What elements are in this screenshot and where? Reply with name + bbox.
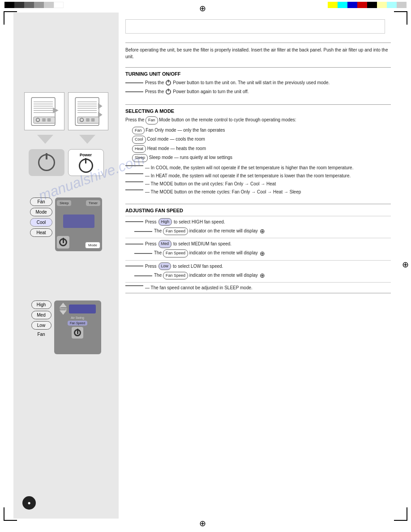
fan-speed-panel: High Med Low Fan Temp [31,300,101,354]
power-on-text: Press the Power button to turn the unit … [125,79,391,86]
heat-desc: Heat mode — heats the room [147,146,206,151]
swatch-gray2 [397,2,407,8]
power-button-unit [29,149,64,176]
low-fan-row: Press Low to select LOW fan speed. The F… [125,260,391,283]
fan-inline-btn[interactable]: Fan [146,116,158,124]
mode-unit-note: — The MODE button on the unit cycles: Fa… [125,180,391,187]
power-on-icon [166,80,171,86]
temp-down-arrow[interactable] [60,310,67,315]
arrow-down-1 [37,135,53,144]
high-fan-note: The Fan Speed indicator on the remote wi… [154,227,258,236]
mode-button-text: Mode button on the remote control to cyc… [159,117,296,122]
swatch-blue [347,2,357,8]
power-label: Power [80,153,92,157]
fan-remote-power-icon [74,329,81,336]
med-speed-btn[interactable]: Med [31,311,51,319]
mode-remote-note: — The MODE button on the remote cycles: … [125,189,391,195]
temp-up-arrow[interactable] [60,303,67,307]
swatch-mid-gray [24,2,34,8]
remote-display-mode [63,215,94,228]
crosshair-top: ⊕ [199,4,206,13]
remote-power-btn-mode[interactable] [57,236,69,249]
temp-arrows: Temp [59,303,67,315]
swatch-cyan [338,2,347,8]
mode-section-text: Press the Fan Mode button on the remote … [125,116,391,195]
crosshair-right: ⊕ [402,260,409,270]
low-press: Press [145,263,157,270]
high-fan-text: Press High to select HIGH fan speed. [125,218,391,226]
fan-speed-buttons: High Med Low [31,300,51,330]
power-on-desc: Power button to turn the unit on. The un… [173,79,330,86]
swatch-black2 [367,2,377,8]
air-swing-label: Air Swing [71,316,84,319]
high-speed-btn[interactable]: High [31,300,51,309]
timer-btn[interactable]: Timer [86,200,100,206]
sleep-btn-inline[interactable]: Sleep [132,154,148,162]
fan-speed-text: Press High to select HIGH fan speed. The… [125,216,391,296]
sleep-fan-note-line [125,285,143,286]
high-fan-icon: ⊕ [260,227,265,236]
note-line-1 [125,82,143,83]
power-circle-remote [79,159,93,173]
mode-unit-note-text: — The MODE button on the unit cycles: Fa… [145,180,276,187]
fan-remote-panel: Temp Air Swing Fan Speed [54,300,101,354]
title-box [125,19,385,34]
mode-fan-only: Fan Fan Only mode — only the fan operate… [132,127,391,135]
sidebar-device-illustration: Power [13,84,119,184]
low-desc: to select LOW fan speed. [173,263,223,270]
med-note-line [125,244,143,245]
low-indicator-line [134,275,152,276]
fan-remote-power[interactable] [72,327,83,339]
illustration-row-1 [24,92,108,130]
mode-buttons: Fan Mode Cool Heat [30,197,52,251]
section-mode: SELECTING A MODE Press the Fan Mode butt… [125,104,391,200]
heat-btn-inline[interactable]: Heat [132,145,146,153]
heat-note-line [125,173,143,174]
svg-marker-11 [53,107,58,113]
high-desc: to select HIGH fan speed. [174,219,225,225]
fan-mode-btn[interactable]: Fan [30,197,52,206]
low-fan-speed-btn[interactable]: Fan Speed [163,272,188,280]
swatch-black [4,2,14,8]
mode-intro: Press the Fan Mode button on the remote … [125,116,391,124]
med-indicator-line [134,253,152,254]
remote-panel-mode: Sleep Timer Mode [55,197,102,251]
power-off-text: Press the Power button again to turn the… [125,88,391,95]
cool-note-text: — In COOL mode, the system will not oper… [145,164,353,171]
high-press: Press [145,219,157,225]
mode-press-text: Press the [125,117,146,122]
section-filter: Before operating the unit, be sure the f… [125,43,391,64]
sidebar: Power Fan Mode Cool Heat Sleep Timer [13,13,119,519]
svg-marker-24 [98,112,103,117]
med-inline-btn[interactable]: Med [158,240,172,248]
low-inline-btn[interactable]: Low [158,262,171,270]
remote-power-icon [59,238,67,246]
high-fan-speed-btn[interactable]: Fan Speed [163,227,188,236]
fan-speed-remote-label[interactable]: Fan Speed [68,321,87,326]
crosshair-bottom: ⊕ [199,519,206,528]
temp-controls: Temp [59,303,95,315]
med-fan-speed-btn[interactable]: Fan Speed [163,249,188,257]
low-fan-text: Press Low to select LOW fan speed. [125,262,391,270]
mode-sleep: Sleep Sleep mode — runs quietly at low s… [132,154,391,162]
mode-heat: Heat Heat mode — heats the room [132,145,391,153]
med-desc: to select MEDIUM fan speed. [173,240,231,247]
svg-rect-21 [86,118,90,121]
high-inline-btn[interactable]: High [158,218,172,226]
temp-label: Temp [59,307,67,310]
low-note-line [125,266,143,266]
remote-mode-btn[interactable]: Mode [85,242,100,249]
power-section-heading: TURNING UNIT ON/OFF [125,71,391,77]
mode-btn[interactable]: Mode [30,208,52,216]
heat-mode-btn[interactable]: Heat [30,228,52,237]
low-speed-btn[interactable]: Low [31,321,51,330]
note-line-2 [125,91,143,92]
power-off-label: Press the [145,88,164,95]
cool-mode-btn[interactable]: Cool [30,218,52,227]
cool-btn-inline[interactable]: Cool [132,136,146,144]
sleep-btn[interactable]: Sleep [57,200,71,206]
power-off-desc: Power button again to turn the unit off. [173,88,248,95]
fan-only-desc: Fan Only mode — only the fan operates [146,128,225,133]
fan-only-btn[interactable]: Fan [132,127,145,135]
low-fan-note: The Fan Speed indicator on the remote wi… [154,272,258,280]
